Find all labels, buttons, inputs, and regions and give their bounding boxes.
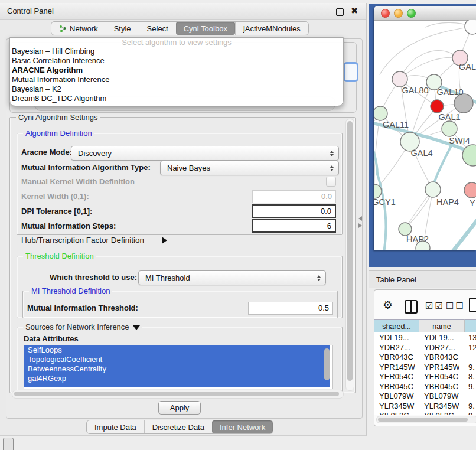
table-row[interactable]: YLR345WYLR345W9. xyxy=(374,401,476,411)
attributes-scrollbar-thumb[interactable] xyxy=(324,348,330,380)
node-GAL1[interactable] xyxy=(431,100,444,113)
which-threshold-combo[interactable]: MI Threshold xyxy=(138,270,326,285)
unchecked-boxes-icon[interactable]: ☐☐ xyxy=(446,301,465,311)
network-edge[interactable] xyxy=(377,174,386,250)
node-mid[interactable] xyxy=(442,121,457,136)
attribute-item[interactable]: SelfLoops xyxy=(24,345,332,355)
table-cell[interactable]: YPR145W xyxy=(379,362,415,372)
algorithm-option[interactable]: Mutual Information Inference xyxy=(10,75,343,84)
table-cell[interactable]: 9. xyxy=(468,381,476,392)
table-cell[interactable]: YLR345W xyxy=(424,401,459,411)
table-row[interactable]: YBR045CYBR045C9. xyxy=(374,381,476,392)
column-header-name[interactable]: name xyxy=(419,319,465,334)
dpi-tolerance-field[interactable]: 0.0 xyxy=(252,204,336,218)
network-edge[interactable] xyxy=(400,51,460,79)
node-GAL11[interactable] xyxy=(374,106,387,120)
table-cell[interactable]: YDR27... xyxy=(379,343,415,353)
kernel-width-field[interactable]: 0.0 xyxy=(252,190,336,203)
zoom-window-icon[interactable] xyxy=(407,9,416,18)
splitter-collapse-icon[interactable] xyxy=(358,216,364,228)
float-panel-icon[interactable] xyxy=(336,8,344,16)
table-row[interactable]: YIL052CYIL052C9. xyxy=(374,410,476,415)
table-row[interactable]: YDR27...YDR27...12 xyxy=(374,343,476,353)
table-cell[interactable] xyxy=(468,391,476,401)
table-cell[interactable]: 12 xyxy=(468,343,476,353)
minimize-window-icon[interactable] xyxy=(394,9,403,18)
algorithm-option[interactable]: Basic Correlation Inference xyxy=(10,56,343,66)
table-row[interactable]: YDL19...YDL19...13 xyxy=(374,332,476,343)
manual-kernel-checkbox[interactable] xyxy=(326,177,336,187)
tab-discretize-data[interactable]: Discretize Data xyxy=(144,420,212,433)
tab-infer-network[interactable]: Infer Network xyxy=(212,420,273,433)
gear-icon[interactable]: ⚙ xyxy=(383,299,393,311)
table-cell[interactable]: YIL052C xyxy=(379,410,415,415)
tab-impute-data[interactable]: Impute Data xyxy=(87,420,144,433)
table-cell[interactable]: YDL19... xyxy=(379,332,415,343)
node-GAL80[interactable] xyxy=(392,71,407,87)
tab-style[interactable]: Style xyxy=(106,22,139,35)
tab-cyni-toolbox[interactable]: Cyni Toolbox xyxy=(176,22,235,35)
table-cell[interactable]: YER054C xyxy=(379,371,415,381)
settings-hscrollbar-thumb[interactable] xyxy=(14,392,339,396)
tab-select[interactable]: Select xyxy=(139,22,176,35)
attribute-item-partial[interactable] xyxy=(24,383,332,387)
network-edge[interactable] xyxy=(446,216,476,250)
panel-grip[interactable] xyxy=(3,438,14,450)
table-cell[interactable]: YBR045C xyxy=(424,381,459,392)
page-icon[interactable] xyxy=(469,298,476,312)
table-cell[interactable]: YDL19... xyxy=(424,332,459,343)
tab-network[interactable]: Network xyxy=(51,22,106,35)
table-cell[interactable]: 8. xyxy=(468,371,476,381)
tab-jactivemnodules[interactable]: jActiveMNodules xyxy=(235,22,308,35)
checked-boxes-icon[interactable]: ☑☑ xyxy=(425,301,445,311)
mi-type-combo[interactable]: Naive Bayes xyxy=(160,161,339,175)
node-salmon[interactable] xyxy=(464,182,476,198)
settings-scrollbar-thumb[interactable] xyxy=(347,121,353,381)
settings-scrollbar[interactable] xyxy=(345,119,354,391)
table-cell[interactable] xyxy=(468,352,476,362)
close-panel-icon[interactable]: ✖ xyxy=(351,6,358,15)
algorithm-option[interactable]: Bayesian – K2 xyxy=(10,84,343,94)
table-cell[interactable]: YLR345W xyxy=(379,401,415,411)
column-header-extra[interactable] xyxy=(465,319,476,334)
table-cell[interactable]: YBL079W xyxy=(424,391,459,401)
algorithm-option-selected[interactable]: ARACNE Algorithm xyxy=(10,66,343,75)
column-header-shared[interactable]: shared... xyxy=(374,319,419,334)
aracne-mode-combo[interactable]: Discovery xyxy=(71,146,339,161)
table-hscrollbar[interactable] xyxy=(376,416,476,423)
algorithm-option[interactable]: Bayesian – Hill Climbing xyxy=(10,47,343,56)
table-cell[interactable]: YBL079W xyxy=(379,391,415,401)
table-hscrollbar-thumb[interactable] xyxy=(378,418,468,422)
attribute-item[interactable]: gal4RGexp xyxy=(24,374,332,383)
node-HAP2[interactable] xyxy=(399,223,412,236)
table-cell[interactable]: YBR043C xyxy=(424,352,459,362)
table-cell[interactable]: YER054C xyxy=(424,371,459,381)
table-row[interactable]: YBL079WYBL079W xyxy=(374,391,476,401)
table-row[interactable]: YBR043CYBR043C xyxy=(374,352,476,362)
table-cell[interactable]: YBR043C xyxy=(379,352,415,362)
table-cell[interactable]: YBR045C xyxy=(379,381,415,392)
network-svg[interactable]: GALGAL80GAL10GAL1GAL11GAL4SWI4GCY1HAP4YH… xyxy=(374,20,476,250)
table-cell[interactable]: YIL052C xyxy=(424,410,459,415)
table-cell[interactable]: 9. xyxy=(468,401,476,411)
mi-threshold-field[interactable]: 0.5 xyxy=(248,302,333,315)
columns-icon[interactable] xyxy=(405,300,418,314)
settings-hscrollbar[interactable] xyxy=(12,390,344,399)
table-cell[interactable]: YDR27... xyxy=(424,343,459,353)
mi-steps-field[interactable]: 6 xyxy=(252,219,336,233)
table-cell[interactable]: 9. xyxy=(468,362,476,372)
table-cell[interactable]: 9. xyxy=(468,410,476,415)
hub-expand-arrow-icon[interactable] xyxy=(162,237,167,244)
table-row[interactable]: YER054CYER054C8. xyxy=(374,371,476,381)
apply-button[interactable]: Apply xyxy=(158,401,201,415)
close-window-icon[interactable] xyxy=(381,9,390,18)
attribute-item[interactable]: BetweennessCentrality xyxy=(24,364,332,374)
node-HAP4[interactable] xyxy=(425,182,441,197)
network-window-titlebar[interactable] xyxy=(374,6,476,21)
hub-definition-toggle-label[interactable]: Hub/Transcription Factor Definition xyxy=(21,236,144,245)
table-row[interactable]: YPR145WYPR145W9. xyxy=(374,362,476,372)
collapse-triangle-icon[interactable] xyxy=(133,325,140,330)
attribute-item[interactable]: TopologicalCoefficient xyxy=(24,355,332,364)
algorithm-option[interactable]: Dream8 DC_TDC Algorithm xyxy=(10,94,343,103)
node-top[interactable] xyxy=(465,20,476,34)
